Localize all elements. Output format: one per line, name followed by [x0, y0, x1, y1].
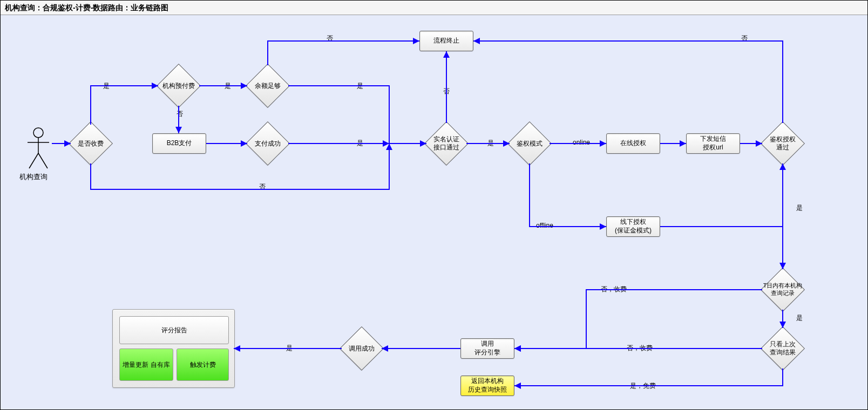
label-online: online — [573, 139, 590, 146]
decision-auth-pass: 鉴权授权 通过 — [767, 128, 798, 159]
decision-realname: 实名认证 接口通过 — [431, 128, 462, 159]
label-yes-6: 是 — [796, 203, 803, 213]
label-yes-3: 是 — [357, 81, 363, 91]
node-halt: 流程终止 — [419, 31, 473, 51]
diagram-canvas: 机构查询：合规鉴权-计费-数据路由：业务链路图 机构查询 是否收费 机构预付费 … — [0, 0, 868, 410]
label-yes-8: 是 — [286, 344, 293, 353]
node-report: 评分报告 — [119, 316, 229, 344]
node-trigger-fee: 触发计费 — [177, 348, 229, 381]
label-no-4: 否 — [259, 182, 266, 192]
diagram-title: 机构查询：合规鉴权-计费-数据路由：业务链路图 — [1, 1, 867, 15]
node-offline-auth: 线下授权 (保证金模式) — [606, 216, 660, 237]
label-yes-free: 是，免费 — [630, 381, 656, 391]
node-sms-url: 下发短信 授权url — [686, 133, 740, 154]
panel-output: 评分报告 增量更新 自有库 触发计费 — [112, 309, 235, 388]
label-no-1: 否 — [177, 110, 183, 119]
label-yes-2: 是 — [225, 81, 231, 91]
label-no-5: 否 — [741, 34, 748, 43]
node-update-lib: 增量更新 自有库 — [119, 348, 173, 381]
label-no-2: 否 — [327, 34, 333, 43]
svg-line-4 — [38, 153, 48, 168]
label-no-charge-2: 否，收费 — [627, 344, 653, 353]
label-yes-5: 是 — [487, 139, 494, 148]
svg-line-3 — [29, 153, 38, 168]
node-snapshot: 返回本机构 历史查询快照 — [460, 375, 514, 396]
label-yes-4: 是 — [357, 139, 363, 148]
node-call-engine: 调用 评分引擎 — [460, 338, 514, 359]
decision-auth-mode: 鉴权模式 — [514, 128, 545, 159]
label-offline: offline — [536, 222, 553, 229]
node-online-auth: 在线授权 — [606, 133, 660, 154]
decision-balance: 余额足够 — [252, 70, 283, 101]
decision-call-ok: 调用成功 — [346, 333, 377, 364]
decision-look-last: 只看上次 查询结果 — [767, 333, 798, 364]
decision-is-charge: 是否收费 — [75, 128, 106, 159]
label-yes-7: 是 — [796, 313, 803, 323]
decision-tday-record: T日内有本机构 查询记录 — [767, 274, 798, 305]
actor-label: 机构查询 — [19, 172, 48, 182]
label-no-3: 否 — [443, 87, 450, 96]
label-yes-1: 是 — [103, 81, 110, 91]
svg-point-0 — [33, 128, 43, 138]
label-no-charge-1: 否，收费 — [601, 285, 627, 294]
node-b2b-pay: B2B支付 — [152, 133, 206, 154]
decision-pay-success: 支付成功 — [252, 128, 283, 159]
decision-prepay: 机构预付费 — [163, 70, 194, 101]
actor-icon — [25, 126, 52, 169]
